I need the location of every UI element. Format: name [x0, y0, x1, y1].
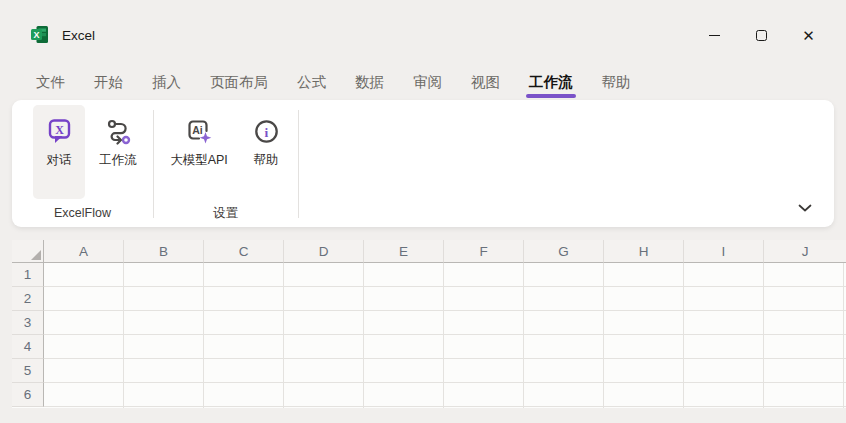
row-header-3[interactable]: 3 — [12, 311, 44, 335]
select-all-corner[interactable] — [12, 240, 44, 263]
column-header-f[interactable]: F — [444, 240, 524, 263]
workflow-route-icon — [105, 118, 132, 145]
collapse-ribbon-button[interactable] — [792, 198, 818, 218]
ribbon-button-llm-api[interactable]: Ai 大模型API — [158, 105, 240, 199]
column-header-c[interactable]: C — [204, 240, 284, 263]
maximize-button[interactable] — [738, 18, 785, 52]
ribbon-tab-bar: 文件 开始 插入 页面布局 公式 数据 审阅 视图 工作流 帮助 — [0, 64, 846, 100]
ribbon-button-help[interactable]: i 帮助 — [242, 105, 290, 199]
tab-label: 开始 — [94, 73, 123, 92]
minimize-icon — [709, 35, 720, 36]
window-title: Excel — [62, 28, 95, 43]
ribbon-button-label: 对话 — [47, 152, 72, 169]
tab-formulas[interactable]: 公式 — [297, 64, 326, 100]
spreadsheet-grid: A B C D E F G H I J 1 2 3 4 5 6 — [12, 240, 846, 408]
column-header-row: A B C D E F G H I J — [12, 240, 846, 263]
tab-workflow[interactable]: 工作流 — [529, 64, 573, 100]
tab-label: 文件 — [36, 73, 65, 92]
close-button[interactable]: ✕ — [785, 18, 832, 52]
tab-label: 页面布局 — [210, 73, 268, 92]
ribbon-button-chat[interactable]: X 对话 — [33, 105, 85, 199]
excel-app-icon: X — [30, 25, 49, 44]
active-tab-indicator — [526, 94, 576, 98]
svg-text:i: i — [264, 125, 268, 140]
column-header-a[interactable]: A — [44, 240, 124, 263]
row-header-column: 1 2 3 4 5 6 — [12, 263, 44, 407]
tab-label: 数据 — [355, 73, 384, 92]
window-controls: ✕ — [691, 18, 832, 52]
column-header-e[interactable]: E — [364, 240, 444, 263]
tab-page-layout[interactable]: 页面布局 — [210, 64, 268, 100]
row-header-1[interactable]: 1 — [12, 263, 44, 287]
ribbon-group-label-excelflow: ExcelFlow — [12, 203, 153, 223]
tab-insert[interactable]: 插入 — [152, 64, 181, 100]
cell-area[interactable] — [44, 263, 846, 408]
column-header-j[interactable]: J — [764, 240, 846, 263]
select-all-triangle-icon — [31, 250, 41, 260]
ribbon-group-divider — [298, 110, 299, 218]
tab-label: 公式 — [297, 73, 326, 92]
svg-text:X: X — [55, 123, 64, 137]
column-header-h[interactable]: H — [604, 240, 684, 263]
ai-sparkle-icon: Ai — [186, 118, 213, 145]
tab-label: 工作流 — [529, 73, 573, 92]
info-circle-icon: i — [253, 118, 280, 145]
column-header-g[interactable]: G — [524, 240, 604, 263]
chat-bubble-x-icon: X — [46, 118, 73, 145]
minimize-button[interactable] — [691, 18, 738, 52]
ribbon-group-divider — [153, 110, 154, 218]
chevron-down-icon — [798, 204, 812, 212]
tab-home[interactable]: 开始 — [94, 64, 123, 100]
ribbon-panel: X 对话 工作流 Ai 大模型API — [12, 100, 834, 227]
ribbon-group-label-settings: 设置 — [153, 203, 298, 223]
row-header-2[interactable]: 2 — [12, 287, 44, 311]
row-header-4[interactable]: 4 — [12, 335, 44, 359]
tab-view[interactable]: 视图 — [471, 64, 500, 100]
tab-label: 审阅 — [413, 73, 442, 92]
tab-label: 视图 — [471, 73, 500, 92]
tab-label: 插入 — [152, 73, 181, 92]
ribbon-button-label: 工作流 — [99, 152, 137, 169]
ribbon-button-workflow[interactable]: 工作流 — [88, 105, 148, 199]
ribbon-button-label: 大模型API — [170, 152, 228, 169]
row-header-5[interactable]: 5 — [12, 359, 44, 383]
column-header-d[interactable]: D — [284, 240, 364, 263]
tab-help[interactable]: 帮助 — [602, 64, 631, 100]
maximize-icon — [756, 30, 767, 41]
close-icon: ✕ — [802, 28, 815, 43]
tab-label: 帮助 — [602, 73, 631, 92]
tab-data[interactable]: 数据 — [355, 64, 384, 100]
tab-file[interactable]: 文件 — [36, 64, 65, 100]
column-header-i[interactable]: I — [684, 240, 764, 263]
row-header-6[interactable]: 6 — [12, 383, 44, 407]
tab-review[interactable]: 审阅 — [413, 64, 442, 100]
svg-text:X: X — [33, 30, 39, 40]
column-header-b[interactable]: B — [124, 240, 204, 263]
ribbon-button-label: 帮助 — [254, 152, 279, 169]
svg-text:Ai: Ai — [192, 124, 203, 136]
titlebar: X Excel ✕ — [0, 0, 846, 60]
